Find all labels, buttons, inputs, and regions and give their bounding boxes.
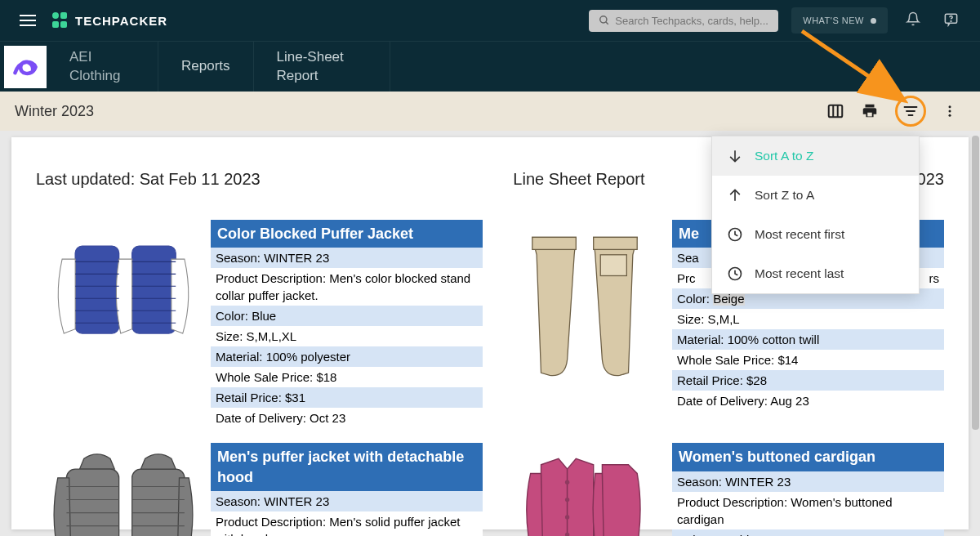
svg-rect-4 [829, 105, 843, 118]
sort-icon [902, 103, 919, 119]
page-toolbar: Winter 2023 [0, 92, 980, 131]
svg-rect-24 [532, 237, 577, 249]
svg-point-7 [949, 105, 951, 108]
svg-rect-11 [132, 246, 176, 333]
product-image-puffer-grey [36, 443, 211, 536]
sort-button[interactable] [887, 91, 934, 132]
product-image-cardigan [497, 443, 672, 536]
product-image-puffer-blue [36, 220, 211, 395]
hamburger-menu-icon[interactable] [16, 11, 39, 29]
product-retail: Retail Price: $31 [211, 387, 483, 408]
svg-rect-26 [600, 255, 626, 276]
product-material: Material: 100% cotton twill [672, 329, 944, 350]
product-season: Season: WINTER 23 [672, 471, 944, 492]
product-delivery: Date of Delivery: Aug 23 [672, 391, 944, 411]
product-wholesale: Whole Sale Price: $14 [672, 350, 944, 370]
topbar: TECHPACKER WHAT'S NEW [0, 0, 980, 41]
svg-point-3 [951, 20, 951, 21]
app-logo[interactable]: TECHPACKER [52, 12, 167, 29]
product-size: Size: S,M,L [672, 309, 944, 329]
tab-linesheet[interactable]: Line-Sheet Report [254, 42, 390, 92]
svg-point-9 [949, 114, 951, 117]
svg-line-1 [606, 22, 608, 25]
product-season: Season: WINTER 23 [211, 248, 483, 268]
product-image-chino [497, 220, 672, 395]
svg-rect-10 [75, 246, 118, 333]
whats-new-label: WHAT'S NEW [803, 16, 864, 25]
clock-icon [727, 266, 743, 282]
search-box[interactable] [589, 10, 778, 32]
svg-rect-25 [594, 237, 638, 249]
sort-a-to-z[interactable]: Sort A to Z [712, 136, 919, 176]
product-desc: Product Description: Women's buttoned ca… [672, 492, 944, 529]
last-updated: Last updated: Sat Feb 11 2023 [36, 170, 261, 189]
sort-recent-last[interactable]: Most recent last [712, 254, 919, 293]
logo-icon [52, 12, 69, 29]
product-size: Size: S,M,L,XL [211, 326, 483, 346]
clock-icon [727, 226, 743, 243]
product-color: Color: Blue [211, 306, 483, 326]
help-icon[interactable] [938, 7, 964, 35]
svg-point-0 [600, 16, 607, 23]
print-icon[interactable] [853, 97, 887, 125]
svg-point-41 [565, 480, 569, 485]
org-logo-tile[interactable] [4, 46, 47, 88]
tab-reports[interactable]: Reports [158, 42, 254, 92]
product-desc: Product Description: Men's color blocked… [211, 268, 483, 306]
scribble-icon [11, 52, 40, 82]
svg-point-43 [565, 516, 569, 520]
product-title: Men's puffer jacket with detachable hood [211, 443, 483, 491]
page-title: Winter 2023 [15, 103, 94, 120]
product-delivery: Date of Delivery: Oct 23 [211, 408, 483, 428]
svg-point-42 [565, 498, 569, 502]
notification-dot-icon [871, 18, 876, 24]
product-retail: Retail Price: $28 [672, 370, 944, 391]
product-title: Color Blocked Puffer Jacket [211, 220, 483, 248]
product-card: Men's puffer jacket with detachable hood… [36, 443, 483, 536]
product-wholesale: Whole Sale Price: $18 [211, 367, 483, 387]
sort-recent-first[interactable]: Most recent first [712, 215, 919, 254]
tabs-bar: AEI Clothing Reports Line-Sheet Report [0, 41, 980, 92]
product-desc: Product Description: Men's solid puffer … [211, 511, 483, 536]
product-color: Color: Fuschia [672, 529, 944, 536]
search-input[interactable] [615, 15, 768, 27]
bell-icon[interactable] [901, 7, 925, 34]
arrow-up-icon [727, 187, 743, 203]
product-season: Season: WINTER 23 [211, 491, 483, 511]
tab-company[interactable]: AEI Clothing [47, 42, 158, 92]
product-card: Women's buttoned cardigan Season: WINTER… [497, 443, 944, 536]
product-card: Color Blocked Puffer Jacket Season: WINT… [36, 220, 483, 428]
search-icon [599, 15, 610, 26]
app-name: TECHPACKER [75, 14, 167, 28]
sort-z-to-a[interactable]: Sort Z to A [712, 176, 919, 215]
svg-point-8 [949, 110, 951, 113]
report-title: Line Sheet Report [513, 170, 644, 189]
product-title: Women's buttoned cardigan [672, 443, 944, 471]
product-material: Material: 100% polyester [211, 346, 483, 367]
more-icon[interactable] [934, 99, 965, 123]
scrollbar-thumb[interactable] [972, 136, 979, 430]
arrow-down-icon [727, 148, 743, 164]
columns-icon[interactable] [818, 97, 853, 125]
whats-new-button[interactable]: WHAT'S NEW [791, 7, 888, 34]
sort-menu: Sort A to Z Sort Z to A Most recent firs… [711, 136, 920, 294]
